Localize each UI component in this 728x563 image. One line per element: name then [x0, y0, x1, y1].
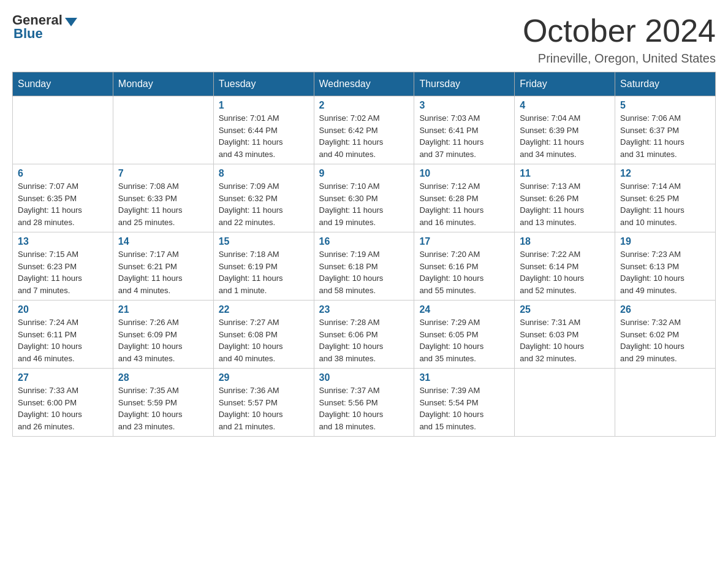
- calendar-cell: 22Sunrise: 7:27 AM Sunset: 6:08 PM Dayli…: [213, 301, 314, 369]
- day-info: Sunrise: 7:26 AM Sunset: 6:09 PM Dayligh…: [118, 316, 208, 364]
- location-text: Prineville, Oregon, United States: [523, 52, 716, 66]
- calendar-cell: 27Sunrise: 7:33 AM Sunset: 6:00 PM Dayli…: [13, 369, 113, 437]
- day-number: 23: [319, 304, 409, 315]
- calendar-cell: 14Sunrise: 7:17 AM Sunset: 6:21 PM Dayli…: [113, 232, 213, 301]
- day-number: 19: [620, 236, 710, 247]
- day-info: Sunrise: 7:09 AM Sunset: 6:32 PM Dayligh…: [219, 180, 309, 228]
- day-number: 11: [520, 168, 610, 179]
- calendar-cell: 19Sunrise: 7:23 AM Sunset: 6:13 PM Dayli…: [615, 232, 716, 301]
- day-info: Sunrise: 7:04 AM Sunset: 6:39 PM Dayligh…: [520, 112, 610, 160]
- day-number: 1: [219, 100, 309, 111]
- calendar-header-wednesday: Wednesday: [314, 72, 414, 96]
- calendar-week-row: 13Sunrise: 7:15 AM Sunset: 6:23 PM Dayli…: [13, 232, 716, 301]
- calendar-cell: 12Sunrise: 7:14 AM Sunset: 6:25 PM Dayli…: [615, 164, 716, 232]
- calendar-cell: 26Sunrise: 7:32 AM Sunset: 6:02 PM Dayli…: [615, 301, 716, 369]
- day-info: Sunrise: 7:36 AM Sunset: 5:57 PM Dayligh…: [219, 385, 309, 432]
- day-info: Sunrise: 7:12 AM Sunset: 6:28 PM Dayligh…: [419, 180, 509, 228]
- day-number: 14: [118, 236, 208, 247]
- calendar-week-row: 27Sunrise: 7:33 AM Sunset: 6:00 PM Dayli…: [13, 369, 716, 437]
- day-number: 31: [419, 372, 509, 383]
- day-info: Sunrise: 7:07 AM Sunset: 6:35 PM Dayligh…: [18, 180, 108, 228]
- page-header: General Blue October 2024 Prineville, Or…: [12, 12, 716, 66]
- calendar-header-saturday: Saturday: [615, 72, 716, 96]
- day-number: 21: [118, 304, 208, 315]
- calendar-week-row: 1Sunrise: 7:01 AM Sunset: 6:44 PM Daylig…: [13, 96, 716, 164]
- day-number: 29: [219, 372, 309, 383]
- day-info: Sunrise: 7:18 AM Sunset: 6:19 PM Dayligh…: [219, 248, 309, 296]
- day-number: 4: [520, 100, 610, 111]
- day-number: 10: [419, 168, 509, 179]
- calendar-cell: 23Sunrise: 7:28 AM Sunset: 6:06 PM Dayli…: [314, 301, 414, 369]
- calendar-cell: 1Sunrise: 7:01 AM Sunset: 6:44 PM Daylig…: [213, 96, 314, 164]
- calendar-cell: 29Sunrise: 7:36 AM Sunset: 5:57 PM Dayli…: [213, 369, 314, 437]
- day-info: Sunrise: 7:06 AM Sunset: 6:37 PM Dayligh…: [620, 112, 710, 160]
- calendar-cell: [615, 369, 716, 437]
- day-number: 5: [620, 100, 710, 111]
- day-info: Sunrise: 7:19 AM Sunset: 6:18 PM Dayligh…: [319, 248, 409, 296]
- calendar-cell: 5Sunrise: 7:06 AM Sunset: 6:37 PM Daylig…: [615, 96, 716, 164]
- calendar-cell: 4Sunrise: 7:04 AM Sunset: 6:39 PM Daylig…: [515, 96, 615, 164]
- calendar-cell: 24Sunrise: 7:29 AM Sunset: 6:05 PM Dayli…: [414, 301, 515, 369]
- day-info: Sunrise: 7:14 AM Sunset: 6:25 PM Dayligh…: [620, 180, 710, 228]
- logo-blue-text: Blue: [13, 26, 43, 42]
- day-info: Sunrise: 7:39 AM Sunset: 5:54 PM Dayligh…: [419, 385, 509, 432]
- calendar-cell: 3Sunrise: 7:03 AM Sunset: 6:41 PM Daylig…: [414, 96, 515, 164]
- day-number: 25: [520, 304, 610, 315]
- calendar-cell: 17Sunrise: 7:20 AM Sunset: 6:16 PM Dayli…: [414, 232, 515, 301]
- day-number: 30: [319, 372, 409, 383]
- day-info: Sunrise: 7:29 AM Sunset: 6:05 PM Dayligh…: [419, 316, 509, 364]
- day-info: Sunrise: 7:37 AM Sunset: 5:56 PM Dayligh…: [319, 385, 409, 432]
- day-number: 20: [18, 304, 108, 315]
- day-info: Sunrise: 7:32 AM Sunset: 6:02 PM Dayligh…: [620, 316, 710, 364]
- calendar-week-row: 6Sunrise: 7:07 AM Sunset: 6:35 PM Daylig…: [13, 164, 716, 232]
- calendar-header-friday: Friday: [515, 72, 615, 96]
- calendar-header-row: SundayMondayTuesdayWednesdayThursdayFrid…: [13, 72, 716, 96]
- calendar-cell: 7Sunrise: 7:08 AM Sunset: 6:33 PM Daylig…: [113, 164, 213, 232]
- day-number: 12: [620, 168, 710, 179]
- calendar-cell: 18Sunrise: 7:22 AM Sunset: 6:14 PM Dayli…: [515, 232, 615, 301]
- day-info: Sunrise: 7:35 AM Sunset: 5:59 PM Dayligh…: [118, 385, 208, 432]
- day-info: Sunrise: 7:28 AM Sunset: 6:06 PM Dayligh…: [319, 316, 409, 364]
- calendar-header-tuesday: Tuesday: [213, 72, 314, 96]
- day-number: 13: [18, 236, 108, 247]
- day-number: 7: [118, 168, 208, 179]
- day-number: 22: [219, 304, 309, 315]
- calendar-cell: 21Sunrise: 7:26 AM Sunset: 6:09 PM Dayli…: [113, 301, 213, 369]
- day-info: Sunrise: 7:08 AM Sunset: 6:33 PM Dayligh…: [118, 180, 208, 228]
- day-info: Sunrise: 7:02 AM Sunset: 6:42 PM Dayligh…: [319, 112, 409, 160]
- calendar-header-sunday: Sunday: [13, 72, 113, 96]
- calendar-cell: 28Sunrise: 7:35 AM Sunset: 5:59 PM Dayli…: [113, 369, 213, 437]
- calendar-cell: 8Sunrise: 7:09 AM Sunset: 6:32 PM Daylig…: [213, 164, 314, 232]
- day-info: Sunrise: 7:24 AM Sunset: 6:11 PM Dayligh…: [18, 316, 108, 364]
- calendar-cell: 10Sunrise: 7:12 AM Sunset: 6:28 PM Dayli…: [414, 164, 515, 232]
- calendar-table: SundayMondayTuesdayWednesdayThursdayFrid…: [12, 72, 716, 437]
- calendar-cell: 30Sunrise: 7:37 AM Sunset: 5:56 PM Dayli…: [314, 369, 414, 437]
- calendar-cell: 16Sunrise: 7:19 AM Sunset: 6:18 PM Dayli…: [314, 232, 414, 301]
- calendar-cell: 9Sunrise: 7:10 AM Sunset: 6:30 PM Daylig…: [314, 164, 414, 232]
- day-number: 2: [319, 100, 409, 111]
- day-number: 28: [118, 372, 208, 383]
- calendar-cell: 15Sunrise: 7:18 AM Sunset: 6:19 PM Dayli…: [213, 232, 314, 301]
- title-section: October 2024 Prineville, Oregon, United …: [523, 12, 716, 66]
- calendar-header-monday: Monday: [113, 72, 213, 96]
- calendar-cell: 13Sunrise: 7:15 AM Sunset: 6:23 PM Dayli…: [13, 232, 113, 301]
- day-info: Sunrise: 7:23 AM Sunset: 6:13 PM Dayligh…: [620, 248, 710, 296]
- calendar-cell: 20Sunrise: 7:24 AM Sunset: 6:11 PM Dayli…: [13, 301, 113, 369]
- calendar-cell: [13, 96, 113, 164]
- calendar-cell: [515, 369, 615, 437]
- calendar-header-thursday: Thursday: [414, 72, 515, 96]
- day-number: 6: [18, 168, 108, 179]
- day-number: 3: [419, 100, 509, 111]
- day-info: Sunrise: 7:01 AM Sunset: 6:44 PM Dayligh…: [219, 112, 309, 160]
- day-info: Sunrise: 7:15 AM Sunset: 6:23 PM Dayligh…: [18, 248, 108, 296]
- day-info: Sunrise: 7:27 AM Sunset: 6:08 PM Dayligh…: [219, 316, 309, 364]
- day-number: 24: [419, 304, 509, 315]
- day-number: 15: [219, 236, 309, 247]
- day-info: Sunrise: 7:03 AM Sunset: 6:41 PM Dayligh…: [419, 112, 509, 160]
- calendar-cell: 11Sunrise: 7:13 AM Sunset: 6:26 PM Dayli…: [515, 164, 615, 232]
- day-info: Sunrise: 7:10 AM Sunset: 6:30 PM Dayligh…: [319, 180, 409, 228]
- calendar-cell: 2Sunrise: 7:02 AM Sunset: 6:42 PM Daylig…: [314, 96, 414, 164]
- day-info: Sunrise: 7:20 AM Sunset: 6:16 PM Dayligh…: [419, 248, 509, 296]
- day-info: Sunrise: 7:17 AM Sunset: 6:21 PM Dayligh…: [118, 248, 208, 296]
- calendar-cell: [113, 96, 213, 164]
